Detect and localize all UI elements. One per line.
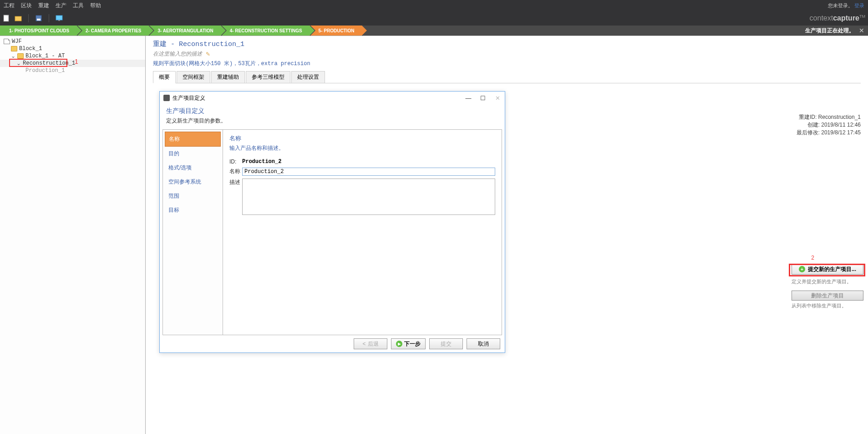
stepbar-close-icon[interactable]: ✕ (859, 27, 864, 34)
menu-items: 工程 区块 重建 生产 工具 帮助 (4, 2, 101, 10)
tab-overview[interactable]: 概要 (153, 71, 176, 83)
content-description: 在这里输入您的描述 (153, 50, 202, 58)
dialog-title: 生产项目定义 (166, 107, 498, 115)
info-modified-value: 2019/8/12 17:45 (821, 129, 861, 136)
back-label: 后退 (368, 340, 379, 348)
brand-logo: contextcaptureTM (810, 14, 865, 22)
minimize-icon[interactable]: — (465, 95, 472, 102)
tree-root-label: WJF (12, 38, 22, 45)
form-row-id: ID: Production_2 (229, 158, 495, 165)
submit-new-subtext: 定义并提交新的生产项目。 (792, 278, 864, 285)
tab-assist[interactable]: 重建辅助 (211, 71, 245, 83)
tree-production-label: Production_1 (25, 67, 65, 74)
menu-production[interactable]: 生产 (56, 2, 66, 10)
chevron-down-icon[interactable]: ⌄ (16, 60, 21, 66)
name-input[interactable] (242, 168, 495, 176)
tree-production[interactable]: Production_1 (0, 67, 145, 74)
side-item-extent[interactable]: 范围 (165, 189, 221, 203)
login-prefix: 您未登录。 (828, 3, 853, 8)
reconstruction-info: 重建ID: Reconstruction_1 创建: 2019/8/11 12:… (797, 113, 861, 136)
maximize-icon[interactable]: ☐ (479, 95, 487, 102)
back-button[interactable]: < 后退 (354, 338, 387, 349)
menu-rebuild[interactable]: 重建 (38, 2, 49, 10)
monitor-icon[interactable] (56, 15, 63, 22)
cancel-button[interactable]: 取消 (467, 338, 500, 349)
dialog-body: 名称 目的 格式/选项 空间参考系统 范围 目标 名称 输入产品名称和描述。 I… (162, 129, 502, 335)
desc-textarea[interactable] (242, 179, 495, 215)
dialog-icon (163, 95, 170, 101)
step-photos[interactable]: 1- PHOTOS/POINT CLOUDS (0, 26, 76, 36)
step-production[interactable]: 5- PRODUCTION (310, 26, 362, 36)
toolbar-separator (28, 14, 29, 22)
side-item-srs[interactable]: 空间参考系统 (165, 175, 221, 189)
dialog-main-sub: 输入产品名称和描述。 (229, 144, 495, 152)
menu-help[interactable]: 帮助 (90, 2, 101, 10)
svg-rect-3 (37, 19, 41, 20)
arrow-left-icon: < (362, 341, 365, 347)
brand-bold: capture (833, 14, 859, 22)
close-icon[interactable]: ✕ (494, 95, 501, 102)
side-item-target[interactable]: 目标 (165, 203, 221, 217)
step-bar: 1- PHOTOS/POINT CLOUDS 2- CAMERA PROPERT… (0, 26, 868, 36)
annotation-box-2 (789, 264, 865, 276)
tree-block-label: Block_1 (19, 46, 42, 52)
tree-reconstruction[interactable]: ⌄ Reconstruction_1 (0, 60, 145, 67)
svg-rect-1 (15, 16, 21, 21)
step-reconstruction[interactable]: 4- RECONSTRUCTION SETTINGS (221, 26, 310, 36)
folder-icon (17, 53, 24, 59)
brand-tm: TM (859, 14, 865, 19)
svg-rect-5 (58, 20, 60, 21)
info-id-label: 重建ID: (799, 114, 817, 120)
next-label: 下一步 (404, 340, 421, 348)
edit-pencil-icon[interactable]: ✎ (206, 51, 210, 57)
form-row-desc: 描述 (229, 179, 495, 215)
dialog-header: 生产项目定义 定义新生产项目的参数。 (160, 104, 505, 129)
tab-settings[interactable]: 处理设置 (291, 71, 325, 83)
tree-block-at[interactable]: ⌄ Block_1 - AT (0, 52, 145, 60)
info-id-value: Reconstruction_1 (818, 114, 861, 120)
arrow-right-circle-icon: ▶ (396, 341, 402, 347)
dialog-main-title: 名称 (229, 134, 495, 143)
menu-project[interactable]: 工程 (4, 2, 15, 10)
tab-spatial[interactable]: 空间框架 (177, 71, 210, 83)
info-created-value: 2019/8/11 12:46 (821, 122, 861, 128)
menu-tools[interactable]: 工具 (73, 2, 84, 10)
dialog-footer: < 后退 ▶ 下一步 提交 取消 (160, 335, 505, 352)
step-aero[interactable]: 3- AEROTRIANGULATION (148, 26, 220, 36)
chevron-down-icon[interactable]: ⌄ (11, 53, 15, 59)
brand-prefix: context (810, 14, 833, 22)
name-label: 名称 (229, 168, 242, 175)
save-icon[interactable] (35, 15, 42, 22)
login-status: 您未登录。 登录 (828, 2, 864, 9)
delete-production-button[interactable]: 删除生产项目 (792, 291, 863, 301)
dialog-titlebar[interactable]: 生产项目定义 — ☐ ✕ (160, 92, 505, 104)
submit-button[interactable]: 提交 (429, 338, 463, 349)
toolbar: contextcaptureTM (0, 11, 868, 26)
id-label: ID: (229, 158, 242, 165)
tree-root[interactable]: WJF (0, 38, 145, 45)
annotation-label-2: 2 (811, 255, 814, 261)
content-tabs: 概要 空间框架 重建辅助 参考三维模型 处理设置 (153, 71, 861, 83)
side-item-purpose[interactable]: 目的 (165, 147, 221, 161)
menu-bar: 工程 区块 重建 生产 工具 帮助 您未登录。 登录 (0, 0, 868, 11)
delete-production-subtext: 从列表中移除生产项目。 (792, 302, 864, 309)
new-file-icon[interactable] (3, 15, 10, 22)
svg-rect-4 (56, 15, 62, 20)
menu-block[interactable]: 区块 (21, 2, 32, 10)
project-tree: WJF Block_1 ⌄ Block_1 - AT ⌄ Reconstruct… (0, 36, 146, 434)
id-value: Production_2 (242, 158, 281, 165)
tree-block[interactable]: Block_1 (0, 45, 145, 52)
step-camera[interactable]: 2- CAMERA PROPERTIES (76, 26, 148, 36)
side-item-format[interactable]: 格式/选项 (165, 161, 221, 175)
content-title: 重建 - Reconstruction_1 (153, 40, 861, 48)
open-folder-icon[interactable] (15, 15, 22, 22)
dialog-side-nav: 名称 目的 格式/选项 空间参考系统 范围 目标 (163, 130, 223, 335)
login-link[interactable]: 登录 (854, 3, 864, 8)
desc-label: 描述 (229, 179, 242, 186)
tab-refmodel[interactable]: 参考三维模型 (246, 71, 290, 83)
content-subtitle: 规则平面切块(网格大小150 米)，53瓦片，extra precision (153, 60, 861, 67)
side-item-name[interactable]: 名称 (165, 132, 221, 147)
annotation-label-1: 1 (75, 58, 78, 65)
dialog-window-title: 生产项目定义 (173, 94, 205, 102)
next-button[interactable]: ▶ 下一步 (391, 338, 426, 349)
